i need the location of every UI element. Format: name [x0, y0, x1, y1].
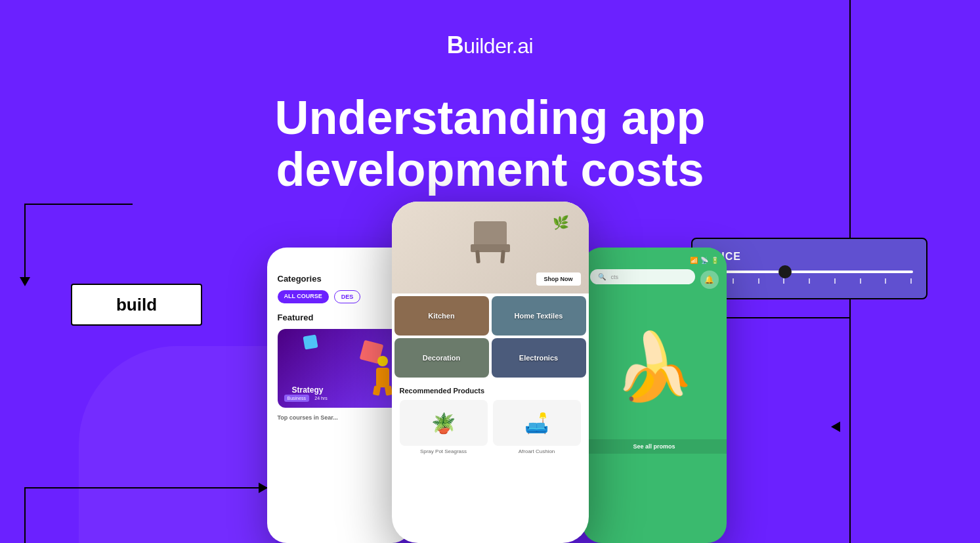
- plant-emoji: 🪴: [431, 412, 456, 435]
- figure-icon: [371, 356, 394, 392]
- card-shape2: [303, 334, 318, 349]
- phone-right-header: 📶 📡 🔋 🔍 cts 🔔: [582, 248, 727, 295]
- rec-item-cushion[interactable]: 🛋️ Afroart Cushion: [493, 400, 581, 457]
- price-tick: [834, 278, 836, 284]
- featured-badge: Business: [284, 395, 309, 402]
- price-tick: [910, 278, 912, 284]
- wire-vertical-right2: [849, 317, 851, 543]
- phones-container: Categories ALL COURSE DES Featured: [254, 175, 727, 543]
- category-grid: Kitchen Home Textiles Decoration Electro…: [392, 293, 589, 380]
- category-home-textiles[interactable]: Home Textiles: [492, 296, 586, 336]
- build-box: build: [71, 284, 202, 326]
- category-kitchen[interactable]: Kitchen: [394, 296, 489, 336]
- status-bar: 📶 📡 🔋: [590, 257, 719, 264]
- rec-grid: 🪴 Spray Pot Seagrass 🛋️ Afroart Cushion: [400, 400, 581, 457]
- wire-left-top-horizontal: [24, 204, 133, 205]
- cat-textiles-label: Home Textiles: [515, 312, 563, 320]
- rec-item-plant-label: Spray Pot Seagrass: [400, 446, 488, 457]
- price-tick: [809, 278, 810, 284]
- categories-title: Categories: [278, 274, 401, 284]
- price-slider-thumb[interactable]: [778, 265, 792, 278]
- rec-item-plant-img: 🪴: [400, 400, 488, 446]
- shop-now-button[interactable]: Shop Now: [536, 272, 581, 286]
- recommended-section: Recommended Products 🪴 Spray Pot Seagras…: [392, 380, 589, 464]
- battery-icon: 🔋: [711, 257, 719, 264]
- phone-grocery-app: 📶 📡 🔋 🔍 cts 🔔 🍌 See all promos: [582, 248, 727, 543]
- wire-left-bottom-horizontal: [24, 487, 267, 489]
- featured-hours: 24 hrs: [314, 396, 327, 401]
- tab-des[interactable]: DES: [334, 290, 361, 303]
- recommended-title: Recommended Products: [400, 387, 581, 395]
- cat-electronics-label: Electronics: [519, 354, 558, 362]
- featured-card-label: Strategy: [292, 385, 324, 395]
- heading-line1: Understanding app: [274, 92, 705, 144]
- see-all-promos[interactable]: See all promos: [582, 439, 727, 454]
- cushion-emoji: 🛋️: [524, 412, 549, 435]
- search-placeholder: cts: [611, 274, 687, 280]
- logo: Builder.ai: [447, 32, 533, 59]
- featured-title: Featured: [278, 313, 401, 322]
- logo-b: B: [447, 32, 464, 58]
- price-tick: [733, 278, 734, 284]
- hero-image: 🌿 Shop Now: [392, 202, 589, 293]
- search-icon: 🔍: [598, 273, 606, 280]
- phone-home-decor: 🌿 Shop Now Kitchen Home Textiles Decorat…: [392, 202, 589, 543]
- decorative-circle: [79, 346, 276, 543]
- price-tick: [885, 278, 886, 284]
- cat-kitchen-label: Kitchen: [428, 312, 454, 320]
- price-tick: [783, 278, 784, 284]
- signal-icon: 📶: [690, 257, 698, 264]
- banana-emoji: 🍌: [613, 328, 695, 406]
- logo-rest: uilder.ai: [463, 34, 533, 58]
- arrow-left-icon: [831, 422, 840, 432]
- build-label: build: [116, 295, 157, 315]
- price-slider-track[interactable]: [706, 271, 913, 273]
- rec-item-cushion-label: Afroart Cushion: [493, 446, 581, 457]
- notification-bell[interactable]: 🔔: [700, 271, 719, 289]
- phone-course-app: Categories ALL COURSE DES Featured: [267, 248, 412, 543]
- featured-card: Strategy Business 24 hrs: [278, 329, 401, 408]
- category-decoration[interactable]: Decoration: [394, 338, 489, 378]
- bottom-text: Top courses in Sear...: [278, 414, 401, 421]
- price-label: PRICE: [706, 251, 913, 263]
- wire-left-top-vertical: [24, 204, 26, 281]
- phone-left-content: Categories ALL COURSE DES Featured: [267, 248, 412, 431]
- price-widget[interactable]: PRICE: [691, 238, 927, 299]
- category-electronics[interactable]: Electronics: [492, 338, 586, 378]
- wire-left-bottom-vertical: [24, 487, 26, 543]
- price-ticks: [706, 278, 913, 284]
- rec-item-cushion-img: 🛋️: [493, 400, 581, 446]
- price-tick: [860, 278, 861, 284]
- wifi-icon: 📡: [700, 257, 708, 264]
- grocery-hero-image: 🍌: [582, 295, 727, 439]
- categories-tabs: ALL COURSE DES: [278, 290, 401, 303]
- rec-item-plant[interactable]: 🪴 Spray Pot Seagrass: [400, 400, 488, 457]
- search-bar[interactable]: 🔍 cts: [590, 269, 695, 284]
- arrow-down-icon: [20, 277, 30, 286]
- price-tick: [758, 278, 759, 284]
- tab-all-course[interactable]: ALL COURSE: [278, 290, 329, 303]
- cat-decoration-label: Decoration: [423, 354, 460, 362]
